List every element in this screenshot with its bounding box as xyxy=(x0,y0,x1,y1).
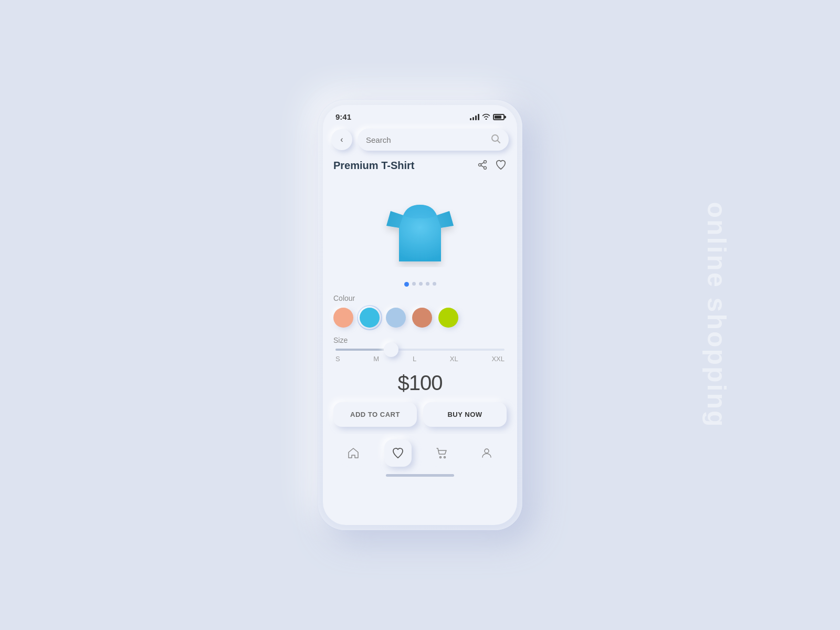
wifi-icon xyxy=(482,113,490,121)
svg-point-3 xyxy=(479,164,481,166)
nav-home[interactable] xyxy=(340,439,367,467)
size-label: Size xyxy=(333,336,507,344)
size-xl: XL xyxy=(450,355,458,363)
image-dots xyxy=(323,280,517,292)
search-input[interactable] xyxy=(366,135,487,144)
nav-profile[interactable] xyxy=(473,439,500,467)
share-icon xyxy=(477,160,488,170)
dot-3 xyxy=(419,282,423,286)
svg-line-5 xyxy=(481,165,484,167)
size-labels: S M L XL XXL xyxy=(335,354,505,364)
svg-point-8 xyxy=(444,457,446,458)
nav-cart[interactable] xyxy=(428,439,456,467)
svg-line-6 xyxy=(481,162,484,164)
wishlist-button[interactable] xyxy=(495,159,507,172)
color-swatch-peach[interactable] xyxy=(333,308,353,328)
size-s: S xyxy=(335,355,340,363)
bottom-nav xyxy=(323,434,517,471)
search-container xyxy=(358,129,509,151)
color-label: Colour xyxy=(333,294,507,302)
color-swatch-lightblue[interactable] xyxy=(386,308,406,328)
size-xxl: XXL xyxy=(491,355,505,363)
search-icon-button[interactable] xyxy=(491,134,500,145)
svg-point-4 xyxy=(484,166,487,169)
size-track xyxy=(335,349,505,351)
color-swatch-lime[interactable] xyxy=(438,308,458,328)
svg-line-1 xyxy=(498,141,500,143)
nav-wishlist[interactable] xyxy=(384,439,412,467)
color-swatch-rose[interactable] xyxy=(412,308,432,328)
search-icon xyxy=(491,134,500,143)
svg-point-7 xyxy=(440,457,442,458)
add-to-cart-button[interactable]: ADD TO CART xyxy=(333,402,417,427)
size-m: M xyxy=(373,355,379,363)
status-icons xyxy=(470,113,505,121)
dot-4 xyxy=(426,282,429,286)
color-section: Colour xyxy=(333,294,507,328)
price-value: $100 xyxy=(398,371,443,394)
svg-point-9 xyxy=(485,449,489,453)
dot-5 xyxy=(433,282,436,286)
price-row: $100 xyxy=(323,366,517,402)
share-button[interactable] xyxy=(477,160,488,172)
dot-2 xyxy=(412,282,416,286)
home-indicator xyxy=(323,471,517,482)
back-button[interactable]: ‹ xyxy=(331,129,352,150)
product-title: Premium T-Shirt xyxy=(333,160,414,172)
dot-1 xyxy=(404,282,409,287)
home-icon xyxy=(347,447,360,459)
size-section: Size S M L XL XXL xyxy=(333,336,507,364)
size-slider[interactable]: S M L XL XXL xyxy=(333,349,507,364)
heart-icon xyxy=(495,159,507,171)
phone-device: 9:41 xyxy=(318,100,522,530)
color-swatches xyxy=(333,308,507,328)
product-image-area xyxy=(323,177,517,280)
buy-now-button[interactable]: BUY NOW xyxy=(423,402,507,427)
size-l: L xyxy=(413,355,416,363)
signal-icon xyxy=(470,114,479,120)
color-swatch-cyan[interactable] xyxy=(360,308,380,328)
status-bar: 9:41 xyxy=(323,105,517,124)
battery-icon xyxy=(493,114,505,120)
options-area: Colour Size S xyxy=(323,292,517,366)
product-image xyxy=(378,188,462,272)
action-buttons: ADD TO CART BUY NOW xyxy=(323,402,517,434)
status-time: 9:41 xyxy=(335,112,351,121)
heart-nav-icon xyxy=(392,447,404,459)
product-header: Premium T-Shirt xyxy=(323,157,517,177)
back-arrow-icon: ‹ xyxy=(340,135,343,144)
person-icon xyxy=(480,447,493,459)
cart-icon xyxy=(436,447,448,459)
svg-point-2 xyxy=(484,161,487,163)
size-track-fill xyxy=(335,349,391,351)
product-actions xyxy=(477,159,507,172)
home-bar xyxy=(386,474,454,477)
phone-screen: 9:41 xyxy=(323,105,517,525)
search-bar-row: ‹ xyxy=(323,124,517,157)
